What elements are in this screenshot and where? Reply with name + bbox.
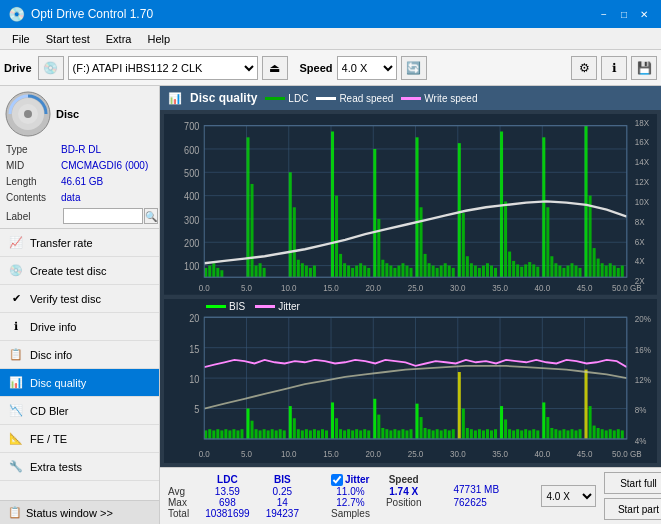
svg-text:40.0: 40.0 — [534, 448, 550, 459]
svg-rect-254 — [593, 425, 596, 438]
start-full-button[interactable]: Start full — [604, 472, 661, 494]
stats-table: LDC BIS Jitter Speed — [168, 474, 445, 519]
svg-rect-83 — [448, 266, 451, 278]
disc-info-label: Disc info — [30, 349, 72, 361]
sidebar-item-disc-quality[interactable]: 📊 Disc quality — [0, 369, 159, 397]
svg-rect-99 — [516, 264, 519, 277]
label-icon-btn[interactable]: 🔍 — [144, 208, 158, 224]
svg-rect-39 — [208, 266, 211, 278]
disc-quality-icon: 📊 — [8, 375, 24, 391]
sidebar-item-extra-tests[interactable]: 🔧 Extra tests — [0, 453, 159, 481]
avg-ldc: 13.59 — [197, 486, 258, 497]
menu-help[interactable]: Help — [139, 31, 178, 47]
svg-rect-106 — [546, 207, 549, 277]
start-part-button[interactable]: Start part — [604, 498, 661, 520]
svg-text:8%: 8% — [635, 404, 647, 415]
stats-panel: LDC BIS Jitter Speed — [160, 467, 661, 524]
jitter-checkbox[interactable] — [331, 474, 343, 486]
sidebar-item-disc-info[interactable]: 📋 Disc info — [0, 341, 159, 369]
legend-write-speed: Write speed — [401, 93, 477, 104]
mid-label: MID — [6, 158, 61, 174]
svg-rect-239 — [528, 430, 531, 439]
status-window-button[interactable]: 📋 Status window >> — [0, 500, 159, 524]
svg-rect-122 — [613, 266, 616, 278]
svg-rect-211 — [409, 429, 412, 439]
close-button[interactable]: ✕ — [635, 5, 653, 23]
svg-rect-173 — [251, 420, 254, 438]
svg-rect-63 — [363, 266, 366, 278]
sidebar-item-transfer-rate[interactable]: 📈 Transfer rate — [0, 229, 159, 257]
svg-rect-73 — [405, 266, 408, 278]
svg-rect-88 — [470, 263, 473, 277]
svg-rect-182 — [289, 406, 292, 439]
save-button[interactable]: 💾 — [631, 56, 657, 80]
svg-rect-175 — [259, 430, 262, 439]
svg-rect-108 — [554, 263, 557, 277]
svg-rect-164 — [212, 430, 215, 439]
svg-text:30.0: 30.0 — [450, 283, 466, 294]
svg-text:5.0: 5.0 — [241, 283, 252, 294]
menu-extra[interactable]: Extra — [98, 31, 140, 47]
drive-select[interactable]: (F:) ATAPI iHBS112 2 CLK — [68, 56, 258, 80]
minimize-button[interactable]: − — [595, 5, 613, 23]
svg-rect-82 — [444, 263, 447, 277]
avg-bis: 0.25 — [258, 486, 307, 497]
svg-point-3 — [24, 110, 32, 118]
svg-text:15.0: 15.0 — [323, 448, 339, 459]
svg-rect-230 — [490, 430, 493, 439]
svg-text:35.0: 35.0 — [492, 283, 508, 294]
sidebar-item-fe-te[interactable]: 📐 FE / TE — [0, 425, 159, 453]
sidebar-item-verify-test-disc[interactable]: ✔ Verify test disc — [0, 285, 159, 313]
settings-button[interactable]: ⚙ — [571, 56, 597, 80]
svg-rect-193 — [335, 418, 338, 439]
menu-start-test[interactable]: Start test — [38, 31, 98, 47]
svg-rect-124 — [621, 266, 624, 278]
drive-icon-btn[interactable]: 💿 — [38, 56, 64, 80]
svg-rect-201 — [367, 430, 370, 439]
eject-button[interactable]: ⏏ — [262, 56, 288, 80]
sidebar-item-create-test-disc[interactable]: 💿 Create test disc — [0, 257, 159, 285]
svg-rect-171 — [240, 429, 243, 439]
max-label: Max — [168, 497, 197, 508]
svg-text:18X: 18X — [635, 117, 649, 128]
refresh-button[interactable]: 🔄 — [401, 56, 427, 80]
sidebar-item-cd-bler[interactable]: 📉 CD Bler — [0, 397, 159, 425]
svg-rect-121 — [609, 263, 612, 277]
disc-quality-icon-header: 📊 — [168, 92, 182, 105]
label-input[interactable] — [63, 208, 143, 224]
bis-chart: BIS Jitter — [164, 299, 657, 463]
svg-rect-228 — [482, 430, 485, 439]
svg-text:16%: 16% — [635, 344, 651, 355]
svg-rect-256 — [601, 429, 604, 439]
app-icon: 💿 — [8, 6, 25, 22]
svg-rect-187 — [309, 430, 312, 439]
type-value: BD-R DL — [61, 142, 153, 158]
svg-text:25.0: 25.0 — [408, 448, 424, 459]
info-button[interactable]: ℹ — [601, 56, 627, 80]
speed-select[interactable]: 4.0 X 2.0 X 8.0 X — [337, 56, 397, 80]
disc-length-row: Length 46.61 GB — [4, 174, 155, 190]
speed-test-select[interactable]: 4.0 X 2.0 X 8.0 X — [541, 485, 596, 507]
svg-rect-251 — [579, 429, 582, 439]
svg-rect-248 — [566, 430, 569, 439]
svg-rect-242 — [542, 402, 545, 439]
menu-file[interactable]: File — [4, 31, 38, 47]
svg-rect-197 — [351, 430, 354, 439]
length-value: 46.61 GB — [61, 174, 153, 190]
sidebar-item-drive-info[interactable]: ℹ Drive info — [0, 313, 159, 341]
action-buttons: Start full Start part — [604, 472, 661, 520]
svg-rect-217 — [436, 429, 439, 439]
svg-rect-167 — [224, 429, 227, 439]
svg-rect-188 — [313, 429, 316, 439]
create-test-disc-label: Create test disc — [30, 265, 106, 277]
svg-text:12X: 12X — [635, 177, 649, 188]
disc-section-label: Disc — [56, 108, 79, 120]
svg-rect-170 — [236, 430, 239, 439]
maximize-button[interactable]: □ — [615, 5, 633, 23]
chart-title: Disc quality — [190, 91, 257, 105]
svg-rect-49 — [293, 207, 296, 277]
total-ldc: 10381699 — [197, 508, 258, 519]
svg-rect-179 — [275, 430, 278, 439]
svg-rect-206 — [389, 430, 392, 439]
fe-te-icon: 📐 — [8, 431, 24, 447]
